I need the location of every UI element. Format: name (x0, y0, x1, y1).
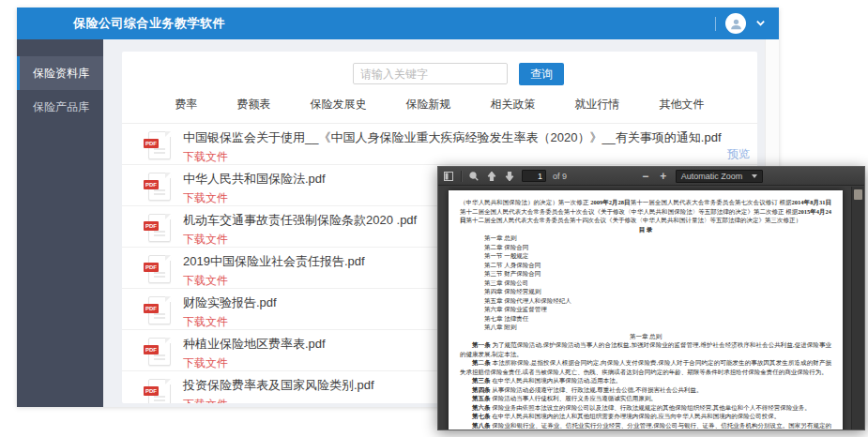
app-title: 保险公司综合业务教学软件 (73, 15, 225, 32)
sidebar-item-label: 保险资料库 (33, 67, 89, 80)
pdf-badge: PDF (144, 139, 159, 148)
page-fold (165, 338, 171, 343)
pdf-page: （中华人民共和国保险法）的决定）第一次修正 2009年2月28日第十一届全国人民… (449, 190, 843, 429)
pdf-badge: PDF (144, 386, 159, 396)
page-fold (165, 131, 171, 137)
pdf-file-icon: PDF (148, 214, 171, 242)
preview-link[interactable]: 预览 (727, 146, 750, 162)
pdf-file-icon: PDF (148, 131, 171, 159)
page-fold (165, 379, 171, 384)
search-input[interactable] (353, 63, 508, 84)
chevron-down-icon (755, 18, 766, 28)
category-tab[interactable]: 费额表 (237, 97, 271, 113)
search-document-button[interactable] (468, 171, 480, 182)
category-tab[interactable]: 费率 (175, 97, 198, 113)
sidebar-item[interactable]: 保险产品库 (17, 90, 103, 124)
header-divider (715, 17, 716, 31)
download-link[interactable]: 下载文件 (183, 397, 228, 403)
file-name: 机动车交通事故责任强制保险条款2020 .pdf (183, 213, 417, 227)
category-tab[interactable]: 保险新规 (406, 97, 451, 113)
pdf-badge: PDF (144, 345, 159, 354)
download-link[interactable]: 下载文件 (183, 273, 228, 289)
sidebar: 保险资料库 保险产品库 (17, 39, 103, 407)
pdf-file-icon: PDF (148, 296, 171, 324)
page-fold (165, 255, 171, 261)
pdf-file-icon: PDF (148, 255, 171, 283)
pdf-file-icon: PDF (148, 173, 171, 201)
download-link[interactable]: 下载文件 (183, 355, 228, 371)
zoom-level-label: Automatic Zoom (681, 172, 743, 181)
toolbar-separator (461, 171, 462, 182)
previous-page-button[interactable] (486, 171, 497, 182)
download-link[interactable]: 下载文件 (183, 149, 228, 165)
dropdown-caret-icon (752, 174, 757, 178)
page-count-label: of 9 (553, 172, 567, 181)
download-link[interactable]: 下载文件 (183, 190, 228, 206)
page-number-input[interactable] (522, 170, 546, 182)
sidebar-toggle-button[interactable] (443, 171, 454, 182)
search-button[interactable]: 查询 (519, 63, 564, 85)
file-name: 财险实验报告.pdf (183, 295, 277, 309)
page-fold (165, 214, 171, 219)
sidebar-menu: 保险资料库 保险产品库 (17, 56, 103, 124)
category-tab[interactable]: 其他文件 (660, 97, 705, 113)
category-tab[interactable]: 保险发展史 (311, 97, 367, 113)
file-name: 投资保险费率表及国家风险类别.pdf (183, 378, 374, 392)
pdf-viewer-window: of 9 − + Automatic Zoom （中华人民共和国保险法）的决定）… (437, 166, 865, 430)
zoom-in-button[interactable]: + (658, 171, 669, 182)
zoom-out-button[interactable]: − (640, 171, 651, 182)
download-link[interactable]: 下载文件 (183, 232, 228, 248)
pdf-badge: PDF (144, 304, 159, 313)
download-link[interactable]: 下载文件 (183, 314, 228, 330)
user-avatar[interactable] (725, 13, 746, 34)
file-name: 2019中国保险业社会责任报告.pdf (183, 254, 365, 268)
person-icon (729, 17, 743, 31)
search-row: 查询 (160, 63, 757, 85)
pdf-body: （中华人民共和国保险法）的决定）第一次修正 2009年2月28日第十一届全国人民… (438, 187, 864, 429)
file-name: 中国银保监会关于使用__《中国人身保险业重大疾病经验发生率表（2020）》__有… (183, 130, 722, 144)
pdf-badge: PDF (144, 180, 159, 189)
next-page-button[interactable] (504, 171, 515, 182)
pdf-scrollbar-thumb[interactable] (854, 189, 862, 200)
pdf-scrollbar[interactable] (851, 187, 864, 429)
zoom-level-select[interactable]: Automatic Zoom (676, 170, 764, 183)
category-tabs: 费率费额表保险发展史保险新规相关政策就业行情其他文件 (122, 97, 757, 124)
pdf-badge: PDF (144, 221, 159, 231)
file-name: 种植业保险地区费率表.pdf (183, 337, 326, 351)
sidebar-item-label: 保险产品库 (33, 100, 89, 113)
file-name: 中华人民共和国保险法.pdf (183, 172, 326, 186)
pdf-file-icon: PDF (148, 379, 171, 403)
page-fold (165, 173, 171, 178)
sidebar-item[interactable]: 保险资料库 (17, 56, 103, 90)
page-fold (165, 296, 171, 302)
pdf-toolbar: of 9 − + Automatic Zoom (438, 167, 864, 186)
category-tab[interactable]: 相关政策 (491, 97, 536, 113)
file-row: PDF 中国银保监会关于使用__《中国人身保险业重大疾病经验发生率表（2020）… (122, 124, 757, 165)
pdf-badge: PDF (144, 263, 159, 272)
pdf-file-icon: PDF (148, 338, 171, 366)
category-tab[interactable]: 就业行情 (575, 97, 620, 113)
user-menu-chevron[interactable] (755, 15, 766, 32)
document-text: （中华人民共和国保险法）的决定）第一次修正 2009年2月28日第十一届全国人民… (460, 198, 831, 429)
app-header: 保险公司综合业务教学软件 (17, 8, 779, 39)
